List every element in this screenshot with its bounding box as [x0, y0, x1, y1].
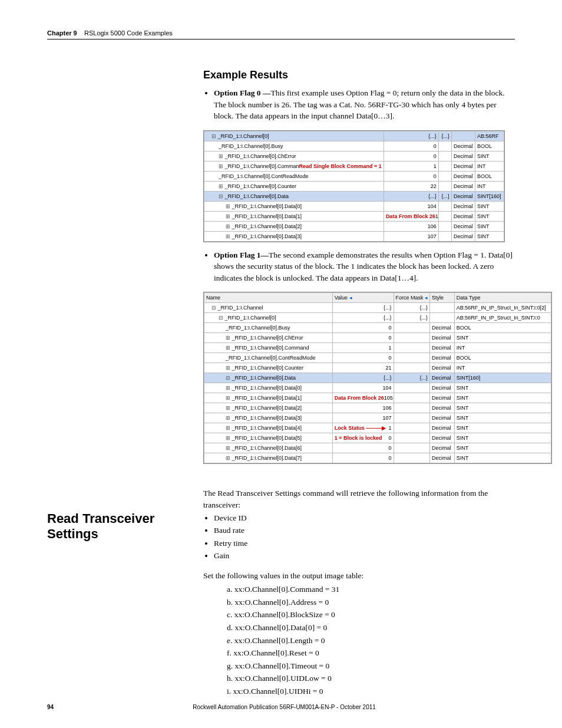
table-row: _RFID_1:I.Channel[0].Data{...}{...}Decim…	[204, 373, 551, 383]
table-row: _RFID_1:I.Channel[0].Counter22DecimalINT	[204, 181, 504, 191]
table-row: _RFID_1:I.Channel[0].Data[0]104DecimalSI…	[204, 383, 551, 393]
table-row: _RFID_1:I.Channel[0].CommanRead Single B…	[204, 161, 504, 171]
table-row: _RFID_1:I.Channel[0].Data[0]104DecimalSI…	[204, 201, 504, 211]
list-item: d. xx:O.Channel[0].Data[0] = 0	[227, 622, 515, 634]
list-item: h. xx:O.Channel[0].UIDLow = 0	[227, 673, 515, 684]
table-header-row: Name Value ◂ Force Mask ◂ Style Data Typ…	[204, 293, 551, 303]
col-value: Value ◂	[332, 293, 394, 303]
set-values-lead: Set the following values in the output i…	[203, 570, 515, 582]
table-row: _RFID_1:I.Channel[0].Data[3]107DecimalSI…	[204, 413, 551, 423]
option-flag-0-bullet: Option Flag 0 —This first example uses O…	[214, 87, 515, 122]
table-row: _RFID_1:I.Channel[0].ContReadMode0Decima…	[204, 353, 551, 363]
transceiver-info-list: Device IDBaud rateRetry timeGain	[203, 512, 515, 562]
publication-info: Rockwell Automation Publication 56RF-UM0…	[193, 704, 376, 710]
table-row: _RFID_1:I.Channel[0].Data[6]0DecimalSINT	[204, 443, 551, 453]
list-item: Gain	[214, 550, 515, 562]
table-row: _RFID_1:I.Channel[0].Counter21DecimalINT	[204, 363, 551, 373]
anno-lock-status: Lock Status ———▶	[335, 425, 386, 431]
list-item: i. xx:O.Channel[0].UIDHi = 0	[227, 686, 515, 697]
chapter-title: RSLogix 5000 Code Examples	[84, 29, 173, 37]
read-transceiver-intro: The Read Transceiver Settings command wi…	[203, 487, 515, 510]
chapter-label: Chapter 9	[47, 29, 77, 37]
table-row: _RFID_1:I.Channel[0].Data{...}{...}Decim…	[204, 191, 504, 201]
table-row: _RFID_1:I.Channel[0].ContReadMode0Decima…	[204, 171, 504, 181]
table-row: _RFID_1:I.Channel[0].Busy0DecimalBOOL	[204, 141, 504, 151]
table-row: _RFID_1:I.Channel[0].Busy0DecimalBOOL	[204, 323, 551, 333]
table-row: _RFID_1:I.Channel[0].Data[3]107DecimalSI…	[204, 231, 504, 241]
table-row: _RFID_1:I.Channel[0].Data[1]Data From Bl…	[204, 393, 551, 403]
list-item: a. xx:O.Channel[0].Command = 31	[227, 584, 515, 595]
example-results-heading: Example Results	[203, 69, 515, 81]
option-flag-1-label: Option Flag 1—	[214, 251, 269, 259]
anno-block-locked: 1 = Block is locked	[335, 435, 382, 441]
list-item: g. xx:O.Channel[0].Timeout = 0	[227, 660, 515, 672]
anno-data-from-block: Data From Block 26	[335, 395, 384, 401]
page-footer: 94 Rockwell Automation Publication 56RF-…	[47, 704, 515, 710]
table-row: _RFID_1:I.Channel[0]{...}{...}AB:56RF	[204, 131, 504, 141]
figure-option-flag-0: _RFID_1:I.Channel[0]{...}{...}AB:56RF_RF…	[203, 130, 505, 242]
col-type: Data Type	[454, 293, 551, 303]
list-item: f. xx:O.Channel[0].Reset = 0	[227, 647, 515, 659]
anno-data-from-block: Data From Block 26	[386, 213, 435, 219]
output-image-steps: a. xx:O.Channel[0].Command = 31b. xx:O.C…	[203, 584, 515, 697]
table-row: _RFID_1:I.Channel[0].Data[2]106DecimalSI…	[204, 221, 504, 231]
table-row: _RFID_1:I.Channel[0].Data[5]1 = Block is…	[204, 433, 551, 443]
table-row: _RFID_1:I.Channel[0].Command1DecimalINT	[204, 343, 551, 353]
col-name: Name	[204, 293, 333, 303]
option-flag-1-bullet: Option Flag 1—The second example demonst…	[214, 249, 515, 284]
list-item: Baud rate	[214, 525, 515, 536]
table-row: _RFID_1:I.Channel[0].ChError0DecimalSINT	[204, 333, 551, 343]
list-item: Retry time	[214, 538, 515, 549]
page-header: Chapter 9 RSLogix 5000 Code Examples	[47, 29, 515, 39]
table-row: _RFID_1:I.Channel{...}{...}AB:56RF_IN_IP…	[204, 303, 551, 313]
table-row: _RFID_1:I.Channel[0].Data[4]Lock Status …	[204, 423, 551, 433]
read-transceiver-heading: Read Transceiver Settings	[47, 511, 203, 542]
col-style: Style	[430, 293, 455, 303]
option-flag-0-label: Option Flag 0 —	[214, 88, 270, 97]
table-row: _RFID_1:I.Channel[0].Data[1]Data From Bl…	[204, 211, 504, 221]
list-item: Device ID	[214, 512, 515, 524]
list-item: c. xx:O.Channel[0].BlockSize = 0	[227, 609, 515, 621]
table-row: _RFID_1:I.Channel[0]{...}{...}AB:56RF_IN…	[204, 313, 551, 323]
page-number: 94	[47, 704, 54, 710]
table-row: _RFID_1:I.Channel[0].Data[7]0DecimalSINT	[204, 453, 551, 463]
col-force: Force Mask ◂	[394, 293, 430, 303]
table-row: _RFID_1:I.Channel[0].ChError0DecimalSINT	[204, 151, 504, 161]
anno-read-command: Read Single Block Command = 1	[299, 163, 382, 169]
list-item: e. xx:O.Channel[0].Length = 0	[227, 635, 515, 647]
figure-option-flag-1: Name Value ◂ Force Mask ◂ Style Data Typ…	[203, 292, 552, 464]
table-row: _RFID_1:I.Channel[0].Data[2]106DecimalSI…	[204, 403, 551, 413]
list-item: b. xx:O.Channel[0].Address = 0	[227, 597, 515, 608]
